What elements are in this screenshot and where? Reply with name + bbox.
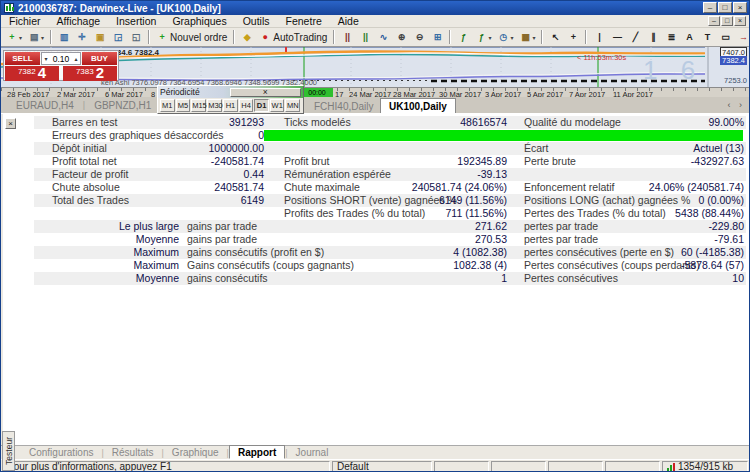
new-order-button[interactable]: +Nouvel ordre — [153, 29, 230, 45]
tester-tab-rapport[interactable]: Rapport — [229, 445, 285, 459]
tab-scroll-arrows[interactable]: ‹ › — [728, 100, 746, 110]
status-bar: Pour plus d'informations, appuyez F1 Def… — [1, 459, 749, 472]
mql-editor-button[interactable]: ◱ — [127, 29, 145, 45]
report-value: Maximum — [34, 259, 179, 272]
indicators-button[interactable]: ƒ — [454, 29, 472, 45]
menu-outils[interactable]: Outils — [235, 15, 278, 28]
periodicity-title: Périodicité — [160, 87, 230, 97]
minimize-button[interactable]: – — [703, 2, 717, 13]
text-label-button[interactable]: T — [698, 29, 716, 45]
menu-affichage[interactable]: Affichage — [49, 15, 109, 28]
child-restore-button[interactable]: □ — [721, 16, 733, 26]
toolbar-separator — [50, 30, 52, 44]
report-close-icon[interactable]: × — [5, 118, 16, 129]
autotrading-icon: ● — [259, 32, 271, 42]
arrows-icon: → — [737, 32, 749, 42]
chart-tab-fchi40-daily[interactable]: FCHI40,Daily — [306, 99, 381, 114]
crosshair-icon: + — [567, 32, 579, 42]
report-row: Profits des Trades (% du total)711 (11.5… — [34, 207, 746, 220]
toolbar-separator — [541, 30, 543, 44]
strategy-tester-button[interactable]: ◲ — [109, 29, 127, 45]
periodicity-close-icon[interactable]: × — [230, 88, 302, 97]
line-chart-icon: ∿ — [377, 32, 389, 42]
report-row: Facteur de profit0.44Rémunération espéré… — [34, 168, 746, 181]
toolbar-separator — [449, 30, 451, 44]
tester-vertical-tab[interactable]: Testeur — [2, 431, 15, 471]
tester-tab-journal[interactable]: Journal — [288, 446, 337, 459]
line-chart-button[interactable]: ∿ — [374, 29, 392, 45]
volume-input[interactable] — [50, 54, 72, 64]
tester-tab-graphique[interactable]: Graphique — [164, 446, 227, 459]
period-m1-button[interactable]: M1 — [160, 99, 175, 112]
navigator-icon: ✛ — [76, 32, 88, 42]
tester-tab-configurations[interactable]: Configurations — [21, 446, 101, 459]
chart-tab-uk100-daily[interactable]: UK100,Daily — [380, 98, 456, 113]
menu-fichier[interactable]: Fichier — [1, 15, 49, 28]
chart-tab-euraud-h4[interactable]: EURAUD,H4 — [7, 100, 83, 111]
tile-windows-button[interactable]: ⊞ — [428, 29, 446, 45]
period-h1-button[interactable]: H1 — [223, 99, 238, 112]
shapes-button[interactable]: ▭ — [716, 29, 734, 45]
chart-tab-gbpnzd-h1[interactable]: GBPNZD,H1 — [85, 100, 160, 111]
report-row: Moyennegains consécutifs1Pertes consécut… — [34, 272, 746, 285]
period-m30-button[interactable]: M30 — [207, 99, 222, 112]
add-indicator-button[interactable]: ƒ▾ — [472, 29, 494, 45]
tester-tab-r-sultats[interactable]: Résultats — [104, 446, 162, 459]
sell-button[interactable]: SELL — [5, 52, 40, 65]
autotrading-button[interactable]: ●AutoTrading — [256, 29, 330, 45]
depth-of-market-button[interactable]: ◆ — [238, 29, 256, 45]
tester-tab-bar: Configurations|Résultats|Graphique|Rappo… — [1, 445, 749, 459]
terminal-button[interactable]: ▣ — [91, 29, 109, 45]
profiles-button[interactable]: ▤▾ — [25, 29, 47, 45]
report-value: -79.61 — [594, 233, 744, 246]
period-h4-button[interactable]: H4 — [239, 99, 254, 112]
crosshair-button[interactable]: + — [564, 29, 582, 45]
buy-price[interactable]: 7383 2 — [63, 66, 117, 81]
period-m15-button[interactable]: M15 — [191, 99, 206, 112]
volume-down-icon[interactable]: ▾ — [42, 55, 50, 62]
menu-aide[interactable]: Aide — [330, 15, 367, 28]
text-button[interactable]: A — [680, 29, 698, 45]
add-indicator-icon: ƒ — [475, 32, 487, 42]
new-chart-button[interactable]: +▾ — [3, 29, 25, 45]
arrows-button[interactable]: →▾ — [734, 29, 750, 45]
candlestick-chart-button[interactable]: || — [356, 29, 374, 45]
status-profile[interactable]: Default — [332, 461, 432, 472]
navigator-button[interactable]: ✛ — [73, 29, 91, 45]
timeframes-button[interactable]: ◷▾ — [494, 29, 516, 45]
period-w1-button[interactable]: W1 — [270, 99, 285, 112]
child-close-button[interactable]: × — [734, 16, 746, 26]
period-mn-button[interactable]: MN — [285, 99, 300, 112]
zoom-out-button[interactable]: ⊖ — [410, 29, 428, 45]
timeframes-icon: ◷ — [497, 32, 509, 42]
menu-graphiques[interactable]: Graphiques — [164, 15, 234, 28]
report-table: Barres en test391293Ticks modelés4861657… — [34, 116, 746, 285]
close-button[interactable]: × — [733, 2, 747, 13]
report-value: 1082.38 (4) — [334, 259, 507, 272]
report-value: Moyenne — [34, 272, 179, 285]
market-watch-button[interactable]: ▥ — [55, 29, 73, 45]
zoom-in-button[interactable]: ⊕ — [392, 29, 410, 45]
period-m5-button[interactable]: M5 — [176, 99, 191, 112]
equidistant-channel-button[interactable]: ∥ — [644, 29, 662, 45]
maximize-button[interactable]: □ — [718, 2, 732, 13]
menu-fenetre[interactable]: Fenetre — [278, 15, 330, 28]
toolbar: +▾▤▾▥✛▣◲◱+Nouvel ordre◆●AutoTrading||||∿… — [1, 28, 749, 47]
bar-chart-button[interactable]: || — [338, 29, 356, 45]
report-value: 391293 — [94, 116, 264, 129]
templates-button[interactable]: ▦▾ — [516, 29, 538, 45]
cursor-button[interactable]: ↖ — [546, 29, 564, 45]
child-minimize-button[interactable]: – — [708, 16, 720, 26]
status-help-text: Pour plus d'informations, appuyez F1 — [2, 461, 330, 472]
fibonacci-button[interactable]: ≣ — [662, 29, 680, 45]
trendline-button[interactable]: ╱ — [626, 29, 644, 45]
volume-field: ▾ ▴ — [41, 52, 81, 65]
vertical-line-button[interactable]: | — [590, 29, 608, 45]
period-d1-button[interactable]: D1 — [254, 99, 269, 112]
periodicity-titlebar[interactable]: Périodicité × — [158, 86, 303, 98]
volume-up-icon[interactable]: ▴ — [72, 55, 80, 62]
horizontal-line-button[interactable]: — — [608, 29, 626, 45]
sell-price[interactable]: 7382 4 — [5, 66, 59, 81]
indicators-icon: ƒ — [457, 32, 469, 42]
menu-insertion[interactable]: Insertion — [108, 15, 164, 28]
